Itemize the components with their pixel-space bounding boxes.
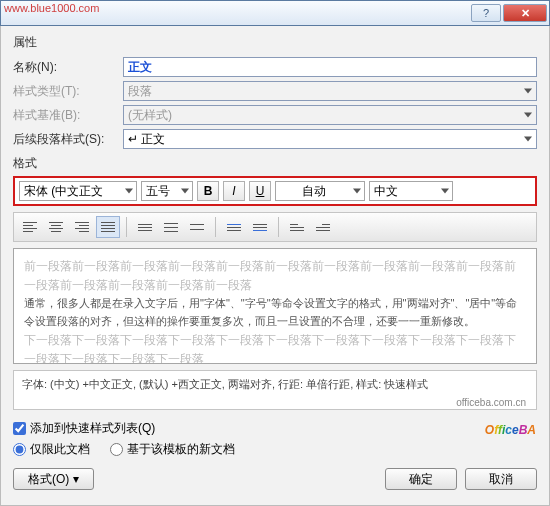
following-style-label: 后续段落样式(S): — [13, 131, 123, 148]
separator — [278, 217, 279, 237]
separator — [126, 217, 127, 237]
language-select[interactable]: 中文 — [369, 181, 453, 201]
font-name-value: 宋体 (中文正文 — [24, 183, 103, 200]
add-quick-style-input[interactable] — [13, 422, 26, 435]
align-right-button[interactable] — [70, 216, 94, 238]
font-color-value: 自动 — [302, 183, 326, 200]
name-value: 正文 — [128, 59, 152, 76]
line-spacing-2-button[interactable] — [185, 216, 209, 238]
properties-heading: 属性 — [13, 34, 537, 51]
based-template-input[interactable] — [110, 443, 123, 456]
align-left-button[interactable] — [18, 216, 42, 238]
bold-button[interactable]: B — [197, 181, 219, 201]
font-size-select[interactable]: 五号 — [141, 181, 193, 201]
preview-faded-before: 前一段落前一段落前一段落前一段落前一段落前一段落前一段落前一段落前一段落前一段落… — [24, 257, 526, 295]
only-this-doc-label: 仅限此文档 — [30, 441, 90, 458]
language-value: 中文 — [374, 183, 398, 200]
format-menu-button[interactable]: 格式(O) ▾ — [13, 468, 94, 490]
only-this-doc-input[interactable] — [13, 443, 26, 456]
style-type-label: 样式类型(T): — [13, 83, 123, 100]
font-color-select[interactable]: 自动 — [275, 181, 365, 201]
italic-button[interactable]: I — [223, 181, 245, 201]
space-before-inc-button[interactable] — [222, 216, 246, 238]
based-template-label: 基于该模板的新文档 — [127, 441, 235, 458]
preview-faded-after: 下一段落下一段落下一段落下一段落下一段落下一段落下一段落下一段落下一段落下一段落… — [24, 331, 526, 364]
style-based-value: (无样式) — [128, 107, 172, 124]
indent-inc-button[interactable] — [311, 216, 335, 238]
font-size-value: 五号 — [146, 183, 170, 200]
separator — [215, 217, 216, 237]
font-name-select[interactable]: 宋体 (中文正文 — [19, 181, 137, 201]
format-highlight-box: 宋体 (中文正文 五号 B I U 自动 中文 — [13, 176, 537, 206]
help-button[interactable]: ? — [471, 4, 501, 22]
watermark-url: www.blue1000.com — [4, 2, 99, 14]
style-type-value: 段落 — [128, 83, 152, 100]
footer-area: 添加到快速样式列表(Q) 仅限此文档 基于该模板的新文档 格式(O) ▾ 确定 … — [13, 420, 537, 490]
space-before-dec-button[interactable] — [248, 216, 272, 238]
format-heading: 格式 — [13, 155, 537, 172]
underline-button[interactable]: U — [249, 181, 271, 201]
logo-subtext: officeba.com.cn — [456, 397, 526, 408]
based-template-radio[interactable]: 基于该模板的新文档 — [110, 441, 235, 458]
style-based-select: (无样式) — [123, 105, 537, 125]
style-based-label: 样式基准(B): — [13, 107, 123, 124]
following-style-select[interactable]: ↵ 正文 — [123, 129, 537, 149]
cancel-button[interactable]: 取消 — [465, 468, 537, 490]
add-quick-style-label: 添加到快速样式列表(Q) — [30, 420, 155, 437]
following-style-value: ↵ 正文 — [128, 131, 165, 148]
indent-dec-button[interactable] — [285, 216, 309, 238]
align-center-button[interactable] — [44, 216, 68, 238]
line-spacing-15-button[interactable] — [159, 216, 183, 238]
name-input[interactable]: 正文 — [123, 57, 537, 77]
preview-pane: 前一段落前一段落前一段落前一段落前一段落前一段落前一段落前一段落前一段落前一段落… — [13, 248, 537, 364]
line-spacing-1-button[interactable] — [133, 216, 157, 238]
style-type-select: 段落 — [123, 81, 537, 101]
close-button[interactable]: ✕ — [503, 4, 547, 22]
only-this-doc-radio[interactable]: 仅限此文档 — [13, 441, 90, 458]
dialog-body: 属性 名称(N): 正文 样式类型(T): 段落 样式基准(B): (无样式) … — [0, 26, 550, 506]
ok-button[interactable]: 确定 — [385, 468, 457, 490]
name-label: 名称(N): — [13, 59, 123, 76]
preview-body-text: 通常，很多人都是在录入文字后，用"字体"、"字号"等命令设置文字的格式，用"两端… — [24, 295, 526, 330]
align-justify-button[interactable] — [96, 216, 120, 238]
add-quick-style-checkbox[interactable]: 添加到快速样式列表(Q) — [13, 420, 537, 437]
paragraph-toolbar — [13, 212, 537, 242]
